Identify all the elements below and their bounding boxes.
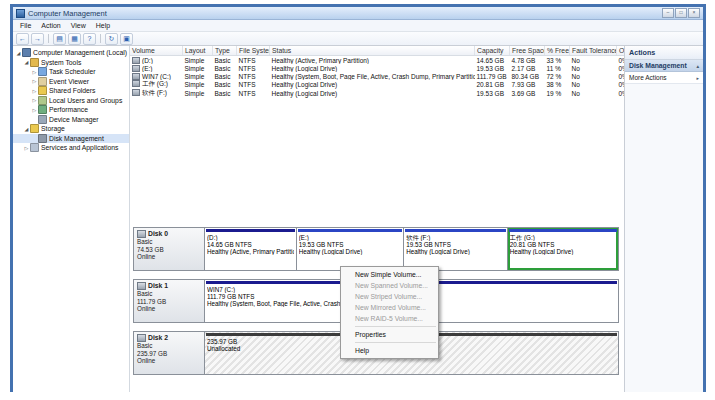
disk-status: Online — [137, 357, 201, 365]
disk-drive-icon — [137, 334, 146, 342]
disk-size: 111.79 GB — [137, 298, 201, 306]
volume-row[interactable]: 软件 (F:)SimpleBasicNTFSHealthy (Logical D… — [130, 89, 624, 98]
more-actions-label: More Actions — [629, 74, 667, 81]
partition-color-stripe — [206, 229, 295, 232]
volume-icon — [132, 57, 140, 64]
context-menu: New Simple Volume...New Spanned Volume..… — [340, 266, 439, 359]
column-header-status[interactable]: Status — [270, 46, 475, 56]
tree-item-disk-management[interactable]: Disk Management — [13, 134, 129, 144]
tree-item-local-users-and-groups[interactable]: ▷Local Users and Groups — [13, 96, 129, 106]
partition-d[interactable]: (D:)14.65 GB NTFSHealthy (Active, Primar… — [205, 228, 297, 270]
disk-header-disk-2[interactable]: Disk 2Basic235.97 GBOnline — [133, 331, 205, 375]
help-icon[interactable]: ? — [83, 33, 96, 45]
tree-expander-icon[interactable]: ◢ — [15, 50, 22, 56]
disk-header-disk-0[interactable]: Disk 0Basic74.53 GBOnline — [133, 227, 205, 271]
context-menu-item-properties[interactable]: Properties — [341, 329, 438, 340]
tree-expander-icon[interactable]: ◢ — [23, 59, 30, 65]
show-console-tree-icon[interactable]: ▤ — [53, 33, 66, 45]
disk-type: Basic — [137, 290, 201, 298]
tree-item-computer-management-local[interactable]: ◢Computer Management (Local) — [13, 48, 129, 58]
menu-separator — [355, 342, 436, 343]
actions-section-disk-management[interactable]: Disk Management ▴ — [625, 60, 703, 72]
context-menu-item-help[interactable]: Help — [341, 345, 438, 356]
menu-help[interactable]: Help — [91, 22, 115, 29]
tree-item-performance[interactable]: ▷Performance — [13, 105, 129, 115]
tree-item-storage[interactable]: ◢Storage — [13, 124, 129, 134]
volume-icon — [132, 89, 140, 96]
tree-item-task-scheduler[interactable]: ▷Task Scheduler — [13, 67, 129, 77]
tree-item-label: System Tools — [41, 59, 81, 66]
forward-icon[interactable]: → — [31, 33, 44, 45]
column-header-percent-free[interactable]: % Free — [545, 46, 570, 56]
tree-expander-icon[interactable]: ▷ — [31, 69, 38, 75]
partition-g[interactable]: 工作 (G:)20.81 GB NTFSHealthy (Logical Dri… — [508, 228, 618, 270]
tree-expander-icon[interactable]: ▷ — [31, 88, 38, 94]
tree-expander-icon[interactable]: ▷ — [23, 145, 30, 151]
menu-bar: FileActionViewHelp — [13, 20, 703, 32]
back-icon[interactable]: ← — [16, 33, 29, 45]
tree-expander-icon[interactable]: ◢ — [23, 126, 30, 132]
titlebar[interactable]: Computer Management –□× — [13, 7, 703, 20]
tree-item-device-manager[interactable]: Device Manager — [13, 115, 129, 125]
context-menu-item-new-mirrored-volume: New Mirrored Volume... — [341, 302, 438, 313]
disk-type: Basic — [137, 238, 201, 246]
tree-expander-icon[interactable]: ▷ — [31, 78, 38, 84]
disk-header-disk-1[interactable]: Disk 1Basic111.79 GBOnline — [133, 279, 205, 323]
collapse-chevron-icon[interactable]: ▴ — [696, 63, 699, 69]
tree-expander-icon[interactable]: ▷ — [31, 107, 38, 113]
tree-item-label: Task Scheduler — [49, 68, 95, 75]
partition-f[interactable]: 软件 (F:)19.53 GB NTFSHealthy (Logical Dri… — [404, 228, 508, 270]
disk-icon — [38, 134, 47, 143]
volume-row[interactable]: (D:)SimpleBasicNTFSHealthy (Active, Prim… — [130, 56, 624, 65]
toolbar: ←→▤▦?↻▣ — [13, 32, 703, 46]
menu-file[interactable]: File — [15, 22, 36, 29]
disk-row-disk-0: Disk 0Basic74.53 GBOnline(D:)14.65 GB NT… — [133, 227, 619, 271]
column-header-capacity[interactable]: Capacity — [475, 46, 510, 56]
tree-expander-icon[interactable]: ▷ — [31, 97, 38, 103]
partition-e[interactable]: (E:)19.53 GB NTFSHealthy (Logical Drive) — [297, 228, 404, 270]
volume-row[interactable]: WIN7 (C:)SimpleBasicNTFSHealthy (System,… — [130, 72, 624, 80]
minimize-button[interactable]: – — [662, 8, 674, 18]
more-actions-item[interactable]: More Actions ▸ — [625, 72, 703, 84]
tree-item-label: Disk Management — [49, 135, 104, 142]
menu-view[interactable]: View — [66, 22, 91, 29]
tree-item-system-tools[interactable]: ◢System Tools — [13, 58, 129, 68]
disk-view-icon[interactable]: ▣ — [120, 33, 133, 45]
context-menu-item-new-spanned-volume: New Spanned Volume... — [341, 280, 438, 291]
tree-item-label: Shared Folders — [49, 87, 95, 94]
column-header-type[interactable]: Type — [213, 46, 237, 56]
tree-item-label: Performance — [49, 106, 88, 113]
close-button[interactable]: × — [688, 8, 700, 18]
export-list-icon[interactable]: ▦ — [68, 33, 81, 45]
partition-color-stripe — [298, 229, 402, 232]
shared-icon — [38, 86, 47, 95]
column-header-fault-tolerance[interactable]: Fault Tolerance — [570, 46, 617, 56]
scheduler-icon — [38, 67, 47, 76]
maximize-button[interactable]: □ — [675, 8, 687, 18]
event-icon — [38, 77, 47, 86]
tree-item-label: Computer Management (Local) — [33, 49, 127, 56]
column-header-layout[interactable]: Layout — [183, 46, 213, 56]
tree-item-services-and-applications[interactable]: ▷Services and Applications — [13, 143, 129, 153]
volume-icon — [132, 80, 140, 87]
actions-pane-title: Actions — [625, 46, 703, 60]
tree-item-shared-folders[interactable]: ▷Shared Folders — [13, 86, 129, 96]
column-header-free-space[interactable]: Free Space — [510, 46, 545, 56]
tree-item-event-viewer[interactable]: ▷Event Viewer — [13, 77, 129, 87]
menu-action[interactable]: Action — [36, 22, 65, 29]
refresh-icon[interactable]: ↻ — [105, 33, 118, 45]
context-menu-item-new-simple-volume[interactable]: New Simple Volume... — [341, 269, 438, 280]
column-header-volume[interactable]: Volume — [130, 46, 183, 56]
context-menu-item-new-striped-volume: New Striped Volume... — [341, 291, 438, 302]
disk-name: Disk 1 — [148, 282, 168, 290]
actions-section-label: Disk Management — [629, 62, 687, 69]
tree-item-label: Device Manager — [49, 116, 99, 123]
volume-row[interactable]: 工作 (G:)SimpleBasicNTFSHealthy (Logical D… — [130, 80, 624, 89]
column-header-overhead[interactable]: Overhead — [617, 46, 625, 56]
disk-status: Online — [137, 305, 201, 313]
volume-row[interactable]: (E:)SimpleBasicNTFSHealthy (Logical Driv… — [130, 64, 624, 72]
disk-name: Disk 2 — [148, 334, 168, 342]
window-controls: –□× — [662, 8, 700, 18]
disk-size: 235.97 GB — [137, 350, 201, 358]
column-header-file-system[interactable]: File System — [237, 46, 270, 56]
